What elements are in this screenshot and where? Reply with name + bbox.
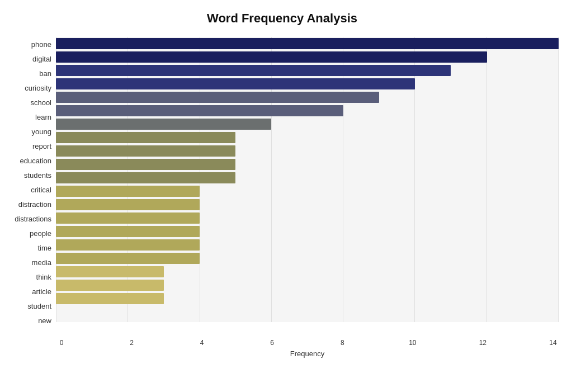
bar-row — [56, 144, 559, 158]
y-axis-label: young — [32, 125, 51, 138]
bar — [56, 239, 200, 251]
x-tick: 2 — [126, 339, 138, 347]
x-axis-label: Frequency — [290, 350, 324, 358]
chart-title: Word Frequency Analysis — [6, 11, 559, 26]
bar-row — [56, 37, 559, 50]
x-tick: 14 — [547, 339, 559, 347]
bar-row — [56, 185, 559, 198]
bar-row — [56, 131, 559, 144]
y-axis-label: think — [36, 271, 51, 284]
y-axis-label: school — [30, 96, 51, 109]
chart-area: phonedigitalbancuriosityschoollearnyoung… — [6, 37, 559, 345]
bars-wrapper — [56, 37, 559, 322]
bar — [56, 199, 200, 210]
bar-row — [56, 252, 559, 265]
bar — [56, 266, 164, 277]
y-axis-label: phone — [31, 37, 51, 51]
x-tick: 0 — [56, 339, 67, 347]
bar — [56, 293, 164, 304]
bar-row — [56, 238, 559, 252]
x-tick: 8 — [337, 339, 348, 347]
bar — [56, 119, 271, 130]
y-axis-label: student — [27, 300, 51, 313]
y-axis-label: education — [20, 154, 51, 167]
y-axis-label: distraction — [18, 198, 51, 211]
y-axis-label: distractions — [15, 212, 51, 226]
bar-row — [56, 117, 559, 131]
bar-row — [56, 104, 559, 117]
y-axis-label: media — [32, 256, 51, 270]
bar-row — [56, 50, 559, 64]
chart-container: Word Frequency Analysis phonedigitalbanc… — [0, 0, 581, 392]
bar — [56, 51, 487, 63]
y-axis-label: new — [38, 314, 51, 328]
bar — [56, 186, 200, 197]
x-tick: 4 — [196, 339, 207, 347]
bar — [56, 172, 235, 183]
y-axis-label: digital — [32, 52, 51, 65]
y-axis-label: students — [24, 168, 51, 182]
bar — [56, 253, 200, 264]
x-tick: 10 — [407, 339, 418, 347]
bar-row — [56, 158, 559, 171]
y-axis-label: article — [32, 285, 51, 299]
bar-row — [56, 171, 559, 185]
y-axis: phonedigitalbancuriosityschoollearnyoung… — [6, 37, 56, 345]
bar — [56, 38, 559, 49]
bar — [56, 92, 379, 103]
y-axis-label: curiosity — [25, 81, 51, 95]
bar-row — [56, 77, 559, 91]
bar-row — [56, 91, 559, 104]
bar — [56, 226, 200, 237]
bar — [56, 145, 235, 157]
bar — [56, 159, 235, 170]
bar — [56, 280, 164, 291]
x-tick: 6 — [267, 339, 278, 347]
x-tick: 12 — [477, 339, 488, 347]
y-axis-label: time — [37, 242, 51, 255]
bar — [56, 65, 451, 76]
y-axis-label: people — [30, 227, 51, 240]
bar-row — [56, 198, 559, 211]
bar-row — [56, 265, 559, 278]
y-axis-label: learn — [35, 110, 51, 124]
bar-row — [56, 225, 559, 238]
bar-row — [56, 211, 559, 225]
plot-area: 02468101214 Frequency — [56, 37, 559, 345]
bar — [56, 78, 415, 89]
x-axis: 02468101214 Frequency — [56, 339, 559, 347]
bar-row — [56, 278, 559, 292]
x-ticks: 02468101214 — [56, 339, 559, 347]
bar-row — [56, 292, 559, 305]
bar — [56, 132, 235, 143]
bar-row — [56, 64, 559, 77]
bar — [56, 105, 343, 116]
y-axis-label: ban — [39, 67, 51, 80]
y-axis-label: critical — [31, 183, 51, 196]
y-axis-label: report — [32, 139, 51, 153]
bar — [56, 212, 200, 224]
